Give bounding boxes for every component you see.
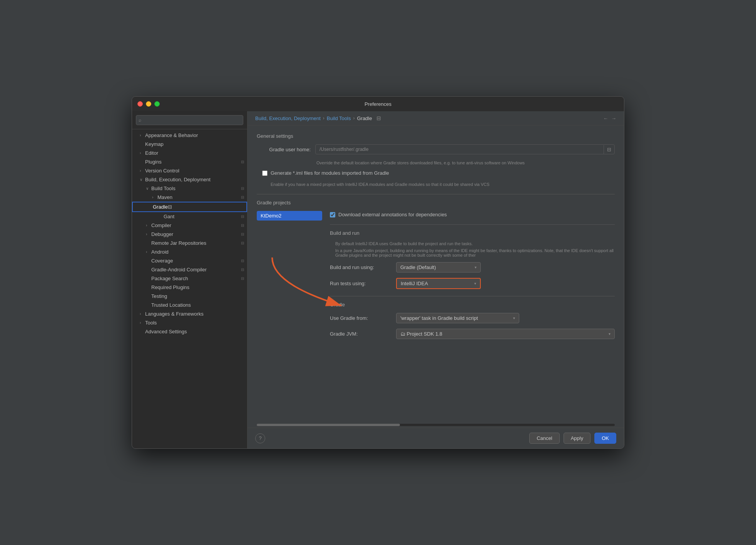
- sidebar-item-label: Compiler: [151, 222, 239, 228]
- help-button[interactable]: ?: [255, 433, 265, 443]
- build-run-dropdown[interactable]: Gradle (Default) ▾: [396, 262, 481, 272]
- sidebar-item-appearance[interactable]: › Appearance & Behavior: [132, 131, 247, 140]
- footer-bar: ? Cancel Apply OK: [248, 428, 624, 448]
- breadcrumb-menu-icon[interactable]: ⊟: [376, 115, 381, 121]
- build-run-desc1: By default IntelliJ IDEA uses Gradle to …: [330, 241, 615, 246]
- sidebar-item-label: Keymap: [145, 141, 244, 147]
- gradle-user-home-input-wrap[interactable]: ⊟: [315, 144, 615, 154]
- settings-icon: ⊟: [241, 160, 244, 164]
- expand-arrow-icon: ›: [140, 133, 145, 137]
- settings-icon: ⊟: [241, 195, 244, 199]
- window-title: Preferences: [365, 101, 391, 107]
- settings-icon: ⊟: [241, 267, 244, 272]
- download-annotations-row[interactable]: Download external annotations for depend…: [330, 212, 615, 217]
- sidebar-item-gradle-android[interactable]: Gradle-Android Compiler ⊟: [132, 265, 247, 274]
- sidebar-item-label: Languages & Frameworks: [145, 311, 244, 317]
- dropdown-arrow-icon: ▾: [609, 332, 610, 336]
- sidebar-item-compiler[interactable]: › Compiler ⊟: [132, 221, 247, 230]
- projects-section: KtDemo2 Download external annotations fo…: [257, 211, 615, 344]
- breadcrumb-bar: Build, Execution, Deployment › Build Too…: [248, 111, 624, 125]
- projects-settings: Download external annotations for depend…: [330, 211, 615, 344]
- sidebar-item-build-tools[interactable]: ∨ Build Tools ⊟: [132, 184, 247, 193]
- generate-iml-row: Generate *.iml files for modules importe…: [257, 169, 615, 176]
- sidebar-item-testing[interactable]: Testing: [132, 292, 247, 301]
- settings-icon: ⊟: [241, 241, 244, 245]
- sidebar-item-gant[interactable]: Gant ⊟: [132, 212, 247, 221]
- sidebar-item-maven[interactable]: › Maven ⊟: [132, 193, 247, 202]
- sidebar-item-advanced[interactable]: Advanced Settings: [132, 327, 247, 336]
- dropdown-arrow-icon: ▾: [475, 265, 477, 269]
- sidebar: ⌕ › Appearance & Behavior Keymap ›: [132, 111, 248, 448]
- sidebar-item-label: Trusted Locations: [151, 302, 244, 308]
- close-button[interactable]: [137, 101, 143, 107]
- sidebar-item-label: Appearance & Behavior: [145, 132, 244, 138]
- search-input[interactable]: [136, 115, 243, 125]
- sidebar-item-trusted-locations[interactable]: Trusted Locations: [132, 301, 247, 309]
- sidebar-item-plugins[interactable]: Plugins ⊟: [132, 157, 247, 166]
- gradle-user-home-row: Gradle user home: ⊟: [257, 144, 615, 154]
- build-run-value: Gradle (Default): [400, 264, 436, 270]
- traffic-lights: [137, 101, 160, 107]
- sidebar-item-editor[interactable]: › Editor: [132, 149, 247, 157]
- sidebar-item-required-plugins[interactable]: Required Plugins: [132, 283, 247, 292]
- expand-arrow-icon: ›: [140, 321, 145, 325]
- sidebar-item-keymap[interactable]: Keymap: [132, 140, 247, 149]
- horizontal-scrollbar[interactable]: [257, 424, 615, 426]
- sidebar-item-label: Tools: [145, 320, 244, 326]
- nav-forward-icon[interactable]: →: [611, 115, 616, 121]
- generate-iml-label: Generate *.iml files for modules importe…: [271, 170, 389, 176]
- gradle-user-home-input[interactable]: [316, 145, 604, 154]
- build-run-using-row: Build and run using: Gradle (Default) ▾: [330, 262, 615, 272]
- build-run-title: Build and run: [330, 230, 615, 236]
- sidebar-item-label: Debugger: [151, 231, 239, 237]
- nav-tree: › Appearance & Behavior Keymap › Editor …: [132, 129, 247, 448]
- content-wrapper: Build, Execution, Deployment › Build Too…: [248, 111, 624, 448]
- sidebar-item-debugger[interactable]: › Debugger ⊟: [132, 230, 247, 239]
- title-bar: Preferences: [132, 97, 624, 111]
- use-gradle-dropdown[interactable]: 'wrapper' task in Gradle build script ▾: [396, 313, 519, 323]
- settings-icon: ⊟: [241, 214, 244, 219]
- footer-left: ?: [255, 433, 265, 443]
- dropdown-arrow-icon: ▾: [474, 281, 476, 286]
- sidebar-item-package-search[interactable]: Package Search ⊟: [132, 274, 247, 283]
- sidebar-item-android[interactable]: › Android: [132, 247, 247, 256]
- project-item-ktdemo2[interactable]: KtDemo2: [257, 211, 322, 221]
- sidebar-item-label: Testing: [151, 293, 244, 299]
- generate-iml-checkbox[interactable]: [262, 171, 268, 176]
- sidebar-item-label: Advanced Settings: [145, 329, 244, 334]
- breadcrumb-build-exec[interactable]: Build, Execution, Deployment: [255, 115, 321, 121]
- settings-icon: ⊟: [241, 223, 244, 227]
- use-gradle-value: 'wrapper' task in Gradle build script: [400, 315, 478, 321]
- sidebar-item-label: Version Control: [145, 168, 244, 174]
- nav-back-icon[interactable]: ←: [603, 115, 608, 121]
- sidebar-item-label: Gradle: [153, 204, 168, 210]
- sidebar-item-label: Build Tools: [151, 186, 239, 191]
- sidebar-item-languages[interactable]: › Languages & Frameworks: [132, 309, 247, 318]
- breadcrumb-build-tools[interactable]: Build Tools: [327, 115, 351, 121]
- sidebar-item-version-control[interactable]: › Version Control: [132, 166, 247, 175]
- sidebar-item-gradle[interactable]: Gradle ⊟: [132, 202, 247, 212]
- browse-button[interactable]: ⊟: [604, 145, 614, 154]
- apply-button[interactable]: Apply: [564, 433, 591, 444]
- gradle-jvm-dropdown[interactable]: 🗂 Project SDK 1.8 ▾: [396, 329, 615, 339]
- expand-arrow-icon: ∨: [146, 186, 151, 191]
- search-box[interactable]: ⌕: [132, 111, 247, 129]
- sidebar-item-label: Build, Execution, Deployment: [145, 177, 244, 182]
- maximize-button[interactable]: [154, 101, 160, 107]
- sidebar-item-label: Gant: [164, 214, 239, 219]
- cancel-button[interactable]: Cancel: [529, 433, 559, 444]
- run-tests-dropdown[interactable]: IntelliJ IDEA ▾: [396, 278, 481, 289]
- scrollbar-thumb[interactable]: [257, 424, 400, 426]
- sidebar-item-remote-jar[interactable]: Remote Jar Repositories ⊟: [132, 239, 247, 247]
- generate-iml-checkbox-wrap[interactable]: Generate *.iml files for modules importe…: [262, 170, 389, 176]
- download-annotations-checkbox[interactable]: [330, 212, 335, 217]
- expand-arrow-icon: ›: [140, 312, 145, 316]
- gradle-user-home-label: Gradle user home:: [257, 147, 311, 152]
- preferences-window: Preferences ⌕ › Appearance & Behavior: [132, 96, 624, 449]
- sidebar-item-build-exec[interactable]: ∨ Build, Execution, Deployment: [132, 175, 247, 184]
- minimize-button[interactable]: [146, 101, 151, 107]
- sidebar-item-coverage[interactable]: Coverage ⊟: [132, 256, 247, 265]
- sidebar-item-tools[interactable]: › Tools: [132, 318, 247, 327]
- gradle-projects-title: Gradle projects: [257, 200, 615, 206]
- ok-button[interactable]: OK: [594, 433, 616, 444]
